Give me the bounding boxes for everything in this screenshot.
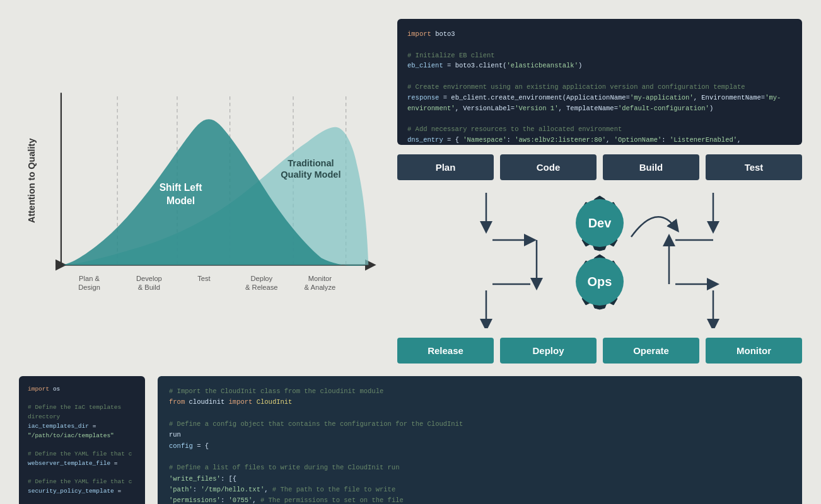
svg-text:& Build: & Build	[138, 284, 160, 291]
build-button[interactable]: Build	[603, 154, 699, 180]
svg-text:Quality Model: Quality Model	[281, 169, 341, 180]
code-block-main: # Import the CloudInit class from the cl…	[158, 376, 802, 504]
chart-section: Shift Left Model Traditional Quality Mod…	[19, 19, 385, 364]
code-button[interactable]: Code	[500, 154, 597, 180]
code-block-left: import os # Define the IaC templates dir…	[19, 376, 145, 504]
bottom-row: import os # Define the IaC templates dir…	[19, 376, 802, 504]
plan-button[interactable]: Plan	[397, 154, 494, 180]
release-button[interactable]: Release	[397, 338, 494, 364]
gears-svg: Dev Ops	[455, 190, 745, 328]
svg-text:& Analyze: & Analyze	[305, 284, 336, 291]
svg-text:Traditional: Traditional	[288, 158, 334, 168]
svg-text:Design: Design	[78, 284, 100, 291]
top-buttons-row: Plan Code Build Test	[397, 154, 802, 180]
monitor-button[interactable]: Monitor	[706, 338, 802, 364]
gear-diagram: Dev Ops	[397, 186, 802, 331]
svg-text:Shift Left: Shift Left	[160, 183, 202, 193]
svg-text:Model: Model	[166, 195, 195, 206]
svg-text:Test: Test	[197, 275, 211, 282]
top-row: Shift Left Model Traditional Quality Mod…	[19, 19, 802, 364]
test-button[interactable]: Test	[706, 154, 802, 180]
svg-text:Develop: Develop	[136, 275, 162, 282]
quality-chart: Shift Left Model Traditional Quality Mod…	[19, 19, 385, 364]
svg-text:Ops: Ops	[588, 275, 612, 289]
svg-text:& Release: & Release	[245, 284, 277, 291]
svg-text:Deploy: Deploy	[250, 275, 272, 282]
svg-text:Plan &: Plan &	[79, 275, 100, 282]
main-container: Shift Left Model Traditional Quality Mod…	[0, 0, 821, 504]
right-section: import boto3 # Initialize EB client eb_c…	[397, 19, 802, 364]
svg-text:Monitor: Monitor	[308, 275, 332, 282]
ops-gear: Ops	[576, 255, 624, 309]
deploy-button[interactable]: Deploy	[500, 338, 597, 364]
svg-text:Attention to Quality: Attention to Quality	[26, 139, 37, 224]
code-block-top: import boto3 # Initialize EB client eb_c…	[397, 19, 802, 145]
dev-gear: Dev	[576, 196, 624, 251]
operate-button[interactable]: Operate	[603, 338, 699, 364]
devops-cycle: Plan Code Build Test	[397, 154, 802, 364]
bottom-buttons-row: Release Deploy Operate Monitor	[397, 338, 802, 364]
svg-text:Dev: Dev	[588, 216, 612, 230]
